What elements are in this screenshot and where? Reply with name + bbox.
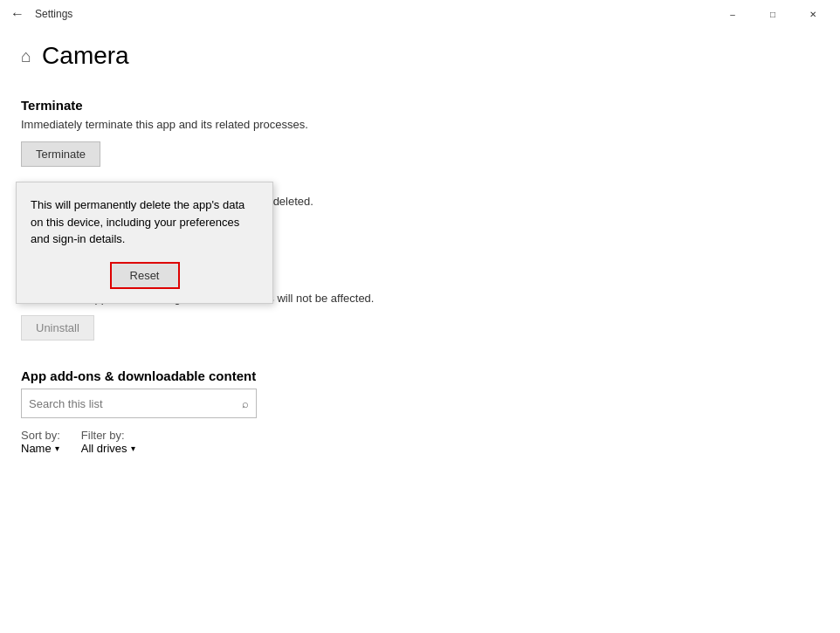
addons-section: App add-ons & downloadable content ⌕ Sor…	[21, 368, 819, 455]
close-button[interactable]: ✕	[793, 0, 833, 28]
page-title: Camera	[42, 42, 129, 70]
maximize-button[interactable]: □	[753, 0, 793, 28]
popup-text: This will permanently delete the app's d…	[31, 196, 258, 248]
title-bar-left: ← Settings	[7, 3, 72, 25]
main-content: ⌂ Camera Terminate Immediately terminate…	[0, 28, 840, 633]
popup-reset-button[interactable]: Reset	[110, 262, 180, 289]
terminate-title: Terminate	[21, 98, 819, 113]
title-bar-title: Settings	[35, 8, 72, 20]
filter-label-group: Filter by: All drives ▾	[81, 429, 135, 455]
search-container[interactable]: ⌕	[21, 389, 257, 418]
terminate-description: Immediately terminate this app and its r…	[21, 118, 819, 131]
minimize-button[interactable]: –	[713, 0, 753, 28]
title-bar-controls: – □ ✕	[713, 0, 833, 28]
reset-popup: This will permanently delete the app's d…	[16, 182, 273, 304]
terminate-button[interactable]: Terminate	[21, 141, 100, 167]
filter-value: All drives	[81, 442, 127, 455]
filter-chevron-icon: ▾	[131, 444, 135, 453]
sort-chevron-icon: ▾	[55, 444, 59, 453]
sort-label: Sort by: Name ▾	[21, 429, 60, 455]
sort-by-button[interactable]: Name ▾	[21, 442, 59, 455]
page-header: ⌂ Camera	[21, 28, 819, 70]
search-input[interactable]	[29, 397, 242, 410]
home-icon: ⌂	[21, 46, 31, 66]
addons-title: App add-ons & downloadable content	[21, 368, 819, 383]
back-button[interactable]: ←	[7, 3, 28, 25]
filter-by-button[interactable]: All drives ▾	[81, 442, 135, 455]
sort-value: Name	[21, 442, 52, 455]
search-icon: ⌕	[242, 397, 249, 410]
terminate-section: Terminate Immediately terminate this app…	[21, 98, 819, 167]
uninstall-button[interactable]: Uninstall	[21, 315, 94, 341]
title-bar: ← Settings – □ ✕	[0, 0, 840, 28]
filter-row: Sort by: Name ▾ Filter by: All drives ▾	[21, 429, 819, 455]
